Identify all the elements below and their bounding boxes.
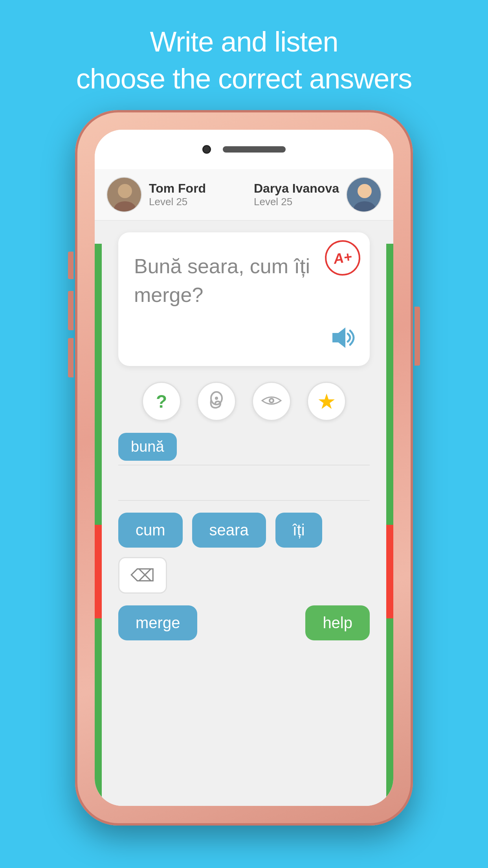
answer-area-2 <box>118 465 370 501</box>
progress-red-right <box>386 525 393 618</box>
player-left-level: Level 25 <box>149 196 206 208</box>
listen-button[interactable] <box>197 382 236 421</box>
progress-red-left <box>95 525 102 618</box>
help-button[interactable]: help <box>305 605 370 640</box>
header-text: Write and listen choose the correct answ… <box>0 0 488 97</box>
svg-point-8 <box>215 397 218 400</box>
header-line1: Write and listen <box>0 24 488 61</box>
delete-button[interactable]: ⌫ <box>118 557 167 594</box>
side-button-power <box>415 307 420 366</box>
backspace-icon: ⌫ <box>130 566 155 585</box>
player-left-info: Tom Ford Level 25 <box>149 181 206 208</box>
svg-point-10 <box>270 399 273 402</box>
player-right-name: Darya Ivanova <box>254 181 339 196</box>
choice-cum[interactable]: cum <box>118 513 183 548</box>
screen-content: Tom Ford Level 25 Darya Ivanov <box>95 169 393 806</box>
side-button-vol-up <box>68 291 73 330</box>
status-bar <box>95 130 393 169</box>
choice-seara[interactable]: seara <box>192 513 266 548</box>
eye-icon <box>261 391 282 412</box>
word-choices-row1: cum seara îți ⌫ <box>118 513 370 594</box>
progress-green-left <box>95 244 102 525</box>
answer-area-1: bună <box>118 429 370 465</box>
word-choices-row2: merge help <box>118 605 370 640</box>
reveal-button[interactable] <box>252 382 291 421</box>
progress-green2-right <box>386 618 393 806</box>
side-button-mute <box>68 252 73 279</box>
choice-merge[interactable]: merge <box>118 605 197 640</box>
question-card: A+ Bună seara, cum îți merge? <box>118 232 370 366</box>
progress-green2-left <box>95 618 102 806</box>
side-button-vol-down <box>68 338 73 377</box>
phone-screen: Tom Ford Level 25 Darya Ivanov <box>95 130 393 806</box>
header-line2: choose the correct answers <box>0 61 488 97</box>
progress-bar-left <box>95 244 102 806</box>
sound-icon[interactable] <box>330 326 358 355</box>
progress-bar-right <box>386 244 393 806</box>
camera-icon <box>202 145 211 154</box>
favorite-button[interactable]: ★ <box>307 382 346 421</box>
action-buttons-row: ? <box>95 382 393 421</box>
player-right: Darya Ivanova Level 25 <box>254 177 382 212</box>
svg-point-4 <box>358 184 372 198</box>
choice-iti[interactable]: îți <box>275 513 322 548</box>
player-left-name: Tom Ford <box>149 181 206 196</box>
answer-chip-buna[interactable]: bună <box>118 433 177 461</box>
star-icon: ★ <box>317 389 336 414</box>
speaker-grille <box>223 146 286 153</box>
avatar-right <box>346 177 382 212</box>
players-bar: Tom Ford Level 25 Darya Ivanov <box>95 169 393 221</box>
player-right-info: Darya Ivanova Level 25 <box>254 181 339 208</box>
player-left: Tom Ford Level 25 <box>106 177 206 212</box>
svg-point-1 <box>118 184 132 198</box>
avatar-left <box>106 177 142 212</box>
hint-button[interactable]: ? <box>142 382 181 421</box>
svg-marker-6 <box>332 327 345 348</box>
player-right-level: Level 25 <box>254 196 339 208</box>
progress-green-right <box>386 244 393 525</box>
ear-icon <box>207 390 226 414</box>
phone-device: Tom Ford Level 25 Darya Ivanov <box>75 110 413 826</box>
question-text: Bună seara, cum îți merge? <box>134 252 354 309</box>
